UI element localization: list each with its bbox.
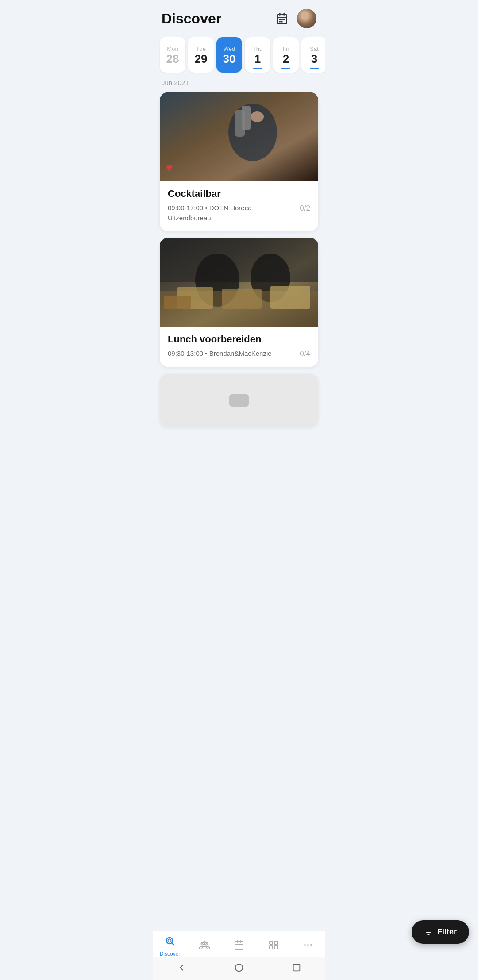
like-icon-cocktailbar[interactable]: ♥ — [166, 161, 173, 175]
calendar-icon-button[interactable] — [272, 9, 292, 28]
card-meta-lunch: 09:30-13:00 • Brendan&MacKenzie 0/4 — [168, 349, 310, 359]
svg-rect-25 — [160, 238, 318, 327]
card-meta-cocktailbar: 09:00-17:00 • DOEN HorecaUitzendbureau 0… — [168, 203, 310, 223]
date-item-30[interactable]: Wed 30 — [216, 37, 242, 73]
date-item-29[interactable]: Tue 29 — [188, 37, 214, 73]
card-title-lunch: Lunch voorbereiden — [168, 334, 310, 345]
card-cocktailbar[interactable]: ♥ Cocktailbar 09:00-17:00 • DOEN HorecaU… — [160, 92, 318, 231]
date-day-num: 29 — [195, 53, 208, 65]
date-item-28[interactable]: Mon 28 — [160, 37, 185, 73]
date-item-3[interactable]: Sat 3 — [301, 37, 325, 73]
date-item-2[interactable]: Fri 2 — [273, 37, 299, 73]
date-day-num: 1 — [254, 53, 261, 65]
date-day-num: 28 — [166, 53, 179, 65]
date-day-name: Mon — [167, 46, 178, 52]
card-time-l: 09:30-13:00 — [168, 350, 203, 357]
date-day-name: Tue — [196, 46, 206, 52]
partial-placeholder — [229, 394, 249, 407]
date-day-num: 2 — [283, 53, 289, 65]
card-body-cocktailbar: Cocktailbar 09:00-17:00 • DOEN HorecaUit… — [160, 181, 318, 231]
card-time-c: 09:00-17:00 — [168, 204, 203, 211]
card-lunch[interactable]: Lunch voorbereiden 09:30-13:00 • Brendan… — [160, 238, 318, 367]
date-day-name: Thu — [253, 46, 262, 52]
card-loc-l: Brendan&MacKenzie — [209, 350, 272, 357]
header: Discover — [153, 0, 325, 33]
card-body-lunch: Lunch voorbereiden 09:30-13:00 • Brendan… — [160, 327, 318, 367]
date-day-num: 3 — [311, 53, 317, 65]
date-picker: Mon 28 Tue 29 Wed 30 Thu 1 Fri 2 Sat 3 S… — [153, 33, 325, 77]
card-title-cocktailbar: Cocktailbar — [168, 188, 310, 200]
date-day-num: 30 — [223, 53, 236, 65]
page-title: Discover — [162, 11, 221, 27]
svg-rect-15 — [160, 92, 318, 181]
card-image-partial — [160, 374, 318, 427]
cards-container: ♥ Cocktailbar 09:00-17:00 • DOEN HorecaU… — [153, 91, 325, 471]
user-avatar[interactable] — [297, 9, 316, 28]
card-image-cocktailbar: ♥ — [160, 92, 318, 181]
card-partial[interactable] — [160, 374, 318, 427]
date-day-name: Wed — [224, 46, 235, 52]
date-day-name: Fri — [282, 46, 289, 52]
card-meta-text-lunch: 09:30-13:00 • Brendan&MacKenzie — [168, 349, 272, 359]
date-item-1[interactable]: Thu 1 — [245, 37, 270, 73]
card-count-lunch: 0/4 — [300, 350, 310, 358]
header-actions — [272, 9, 316, 28]
date-day-name: Sat — [310, 46, 319, 52]
card-image-lunch — [160, 238, 318, 327]
card-count-cocktailbar: 0/2 — [300, 204, 310, 213]
card-meta-text-cocktailbar: 09:00-17:00 • DOEN HorecaUitzendbureau — [168, 203, 252, 223]
month-label: Jun 2021 — [153, 77, 325, 91]
